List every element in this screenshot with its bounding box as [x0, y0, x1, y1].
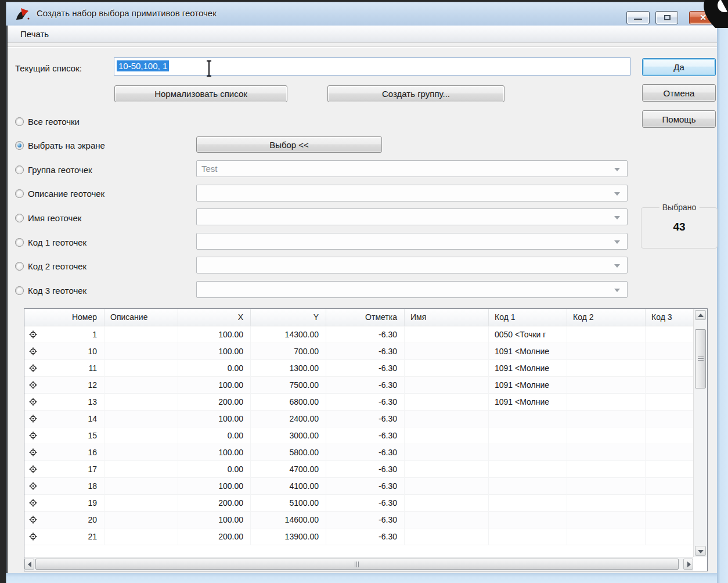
table-cell: 100.00 — [178, 343, 251, 360]
column-header-6[interactable]: Имя — [405, 309, 489, 326]
radio-code3[interactable]: Код 3 геоточек — [15, 284, 87, 297]
table-row[interactable]: 12100.007500.00-6.301091 <Молние — [24, 377, 693, 394]
column-header-4[interactable]: Y — [251, 309, 326, 326]
chevron-down-icon[interactable] — [614, 289, 620, 292]
table-row[interactable]: 10100.00700.00-6.301091 <Молние — [24, 343, 693, 360]
radio-label: Все геоточки — [28, 117, 80, 127]
column-header-5[interactable]: Отметка — [326, 309, 405, 326]
group-combo[interactable]: Test — [196, 160, 628, 177]
code3-combo[interactable] — [196, 281, 628, 298]
select-on-screen-button[interactable]: Выбор << — [196, 136, 382, 153]
radio-button-icon[interactable] — [15, 189, 24, 198]
column-header-7[interactable]: Код 1 — [489, 309, 567, 326]
radio-button-icon[interactable] — [15, 286, 24, 295]
arrow-up-icon — [698, 314, 704, 317]
menu-print[interactable]: Печать — [12, 27, 57, 41]
radio-button-icon[interactable] — [15, 238, 24, 247]
chevron-down-icon[interactable] — [614, 216, 620, 219]
geopoint-icon — [29, 364, 37, 372]
radio-code2[interactable]: Код 2 геоточек — [15, 260, 87, 272]
radio-button-icon[interactable] — [15, 165, 24, 174]
table-cell: 16 — [24, 444, 104, 461]
table-cell — [489, 512, 567, 528]
radio-name[interactable]: Имя геоточек — [15, 211, 81, 224]
table-cell — [489, 411, 567, 427]
chevron-down-icon[interactable] — [614, 264, 620, 268]
scroll-up-button[interactable] — [695, 310, 706, 320]
radio-button-icon[interactable] — [15, 262, 24, 271]
table-row[interactable]: 20100.0014600.00-6.30 — [24, 512, 693, 528]
table-cell: -6.30 — [326, 377, 405, 394]
horizontal-scrollbar[interactable] — [24, 557, 693, 571]
radio-all-points[interactable]: Все геоточки — [15, 115, 80, 128]
app-logo-icon — [16, 6, 31, 22]
table-row[interactable]: 18100.004100.00-6.30 — [24, 478, 693, 495]
radio-label: Описание геоточек — [28, 189, 104, 199]
scroll-right-button[interactable] — [683, 559, 693, 570]
cancel-button[interactable]: Отмена — [642, 84, 716, 102]
table-cell — [489, 427, 567, 444]
table-cell: 4100.00 — [251, 478, 326, 495]
current-list-input[interactable]: 10-50,100, 1 — [114, 57, 630, 75]
maximize-button[interactable] — [655, 11, 678, 24]
table-cell: 200.00 — [178, 495, 251, 512]
table-row[interactable]: 21200.0013900.00-6.30 — [24, 528, 693, 545]
scroll-left-button[interactable] — [24, 559, 34, 570]
current-list-label: Текущий список: — [15, 63, 82, 73]
column-header-9[interactable]: Код 3 — [646, 309, 693, 326]
table-row[interactable]: 170.004700.00-6.30 — [24, 461, 693, 478]
table-cell: -6.30 — [326, 528, 405, 545]
table-cell — [567, 360, 646, 377]
help-button[interactable]: Помощь — [642, 110, 716, 128]
scroll-down-button[interactable] — [695, 546, 706, 556]
table-row[interactable]: 19200.005100.00-6.30 — [24, 495, 693, 512]
minimize-button[interactable] — [626, 11, 650, 24]
table-cell: 21 — [24, 528, 104, 545]
radio-button-icon[interactable] — [15, 141, 24, 150]
radio-group[interactable]: Группа геоточек — [15, 163, 92, 176]
chevron-down-icon[interactable] — [614, 168, 620, 171]
column-header-8[interactable]: Код 2 — [567, 309, 646, 326]
normalize-list-button[interactable]: Нормализовать список — [114, 85, 287, 102]
radio-button-icon[interactable] — [15, 117, 24, 126]
title-bar[interactable]: Создать набор выбора примитивов геоточек… — [6, 2, 728, 26]
column-header-3[interactable]: X — [178, 309, 251, 326]
radio-description[interactable]: Описание геоточек — [15, 187, 104, 200]
table-cell — [646, 478, 693, 495]
arrow-down-icon — [698, 550, 704, 553]
chevron-down-icon[interactable] — [614, 240, 620, 244]
table-cell: 2400.00 — [251, 411, 326, 427]
table-cell: 1091 <Молние — [489, 343, 567, 360]
table-row[interactable]: 150.003000.00-6.30 — [24, 427, 693, 444]
table-row[interactable]: 14100.002400.00-6.30 — [24, 411, 693, 427]
table-cell — [104, 444, 178, 461]
vertical-scroll-thumb[interactable] — [695, 329, 706, 388]
table-row[interactable]: 110.001300.00-6.301091 <Молние — [24, 360, 693, 377]
column-header-2[interactable]: Описание — [104, 309, 178, 326]
chevron-down-icon[interactable] — [614, 192, 620, 196]
radio-code1[interactable]: Код 1 геоточек — [15, 236, 87, 249]
radio-button-icon[interactable] — [15, 214, 24, 222]
table-row[interactable]: 1100.0014300.00-6.300050 <Точки г — [24, 326, 693, 343]
geopoint-icon — [29, 532, 37, 541]
name-combo[interactable] — [196, 208, 628, 225]
column-header-1[interactable]: Номер — [24, 309, 104, 326]
table-cell — [405, 411, 489, 427]
geopoint-icon — [29, 347, 37, 355]
radio-select-on-screen[interactable]: Выбрать на экране — [15, 139, 105, 152]
code1-combo[interactable] — [196, 233, 628, 250]
table-cell — [646, 512, 693, 528]
table-cell — [405, 478, 489, 495]
horizontal-scroll-thumb[interactable] — [35, 559, 679, 570]
table-cell — [489, 478, 567, 495]
table-row[interactable]: 13200.006800.00-6.301091 <Молние — [24, 394, 693, 411]
table-cell — [405, 360, 489, 377]
table-row[interactable]: 16100.005800.00-6.30 — [24, 444, 693, 461]
description-combo[interactable] — [196, 185, 628, 201]
create-group-button[interactable]: Создать группу... — [327, 85, 504, 102]
vertical-scrollbar[interactable] — [693, 309, 707, 557]
table-cell: 200.00 — [178, 528, 251, 545]
separator — [8, 46, 717, 48]
ok-button[interactable]: Да — [642, 58, 716, 76]
code2-combo[interactable] — [196, 257, 628, 273]
